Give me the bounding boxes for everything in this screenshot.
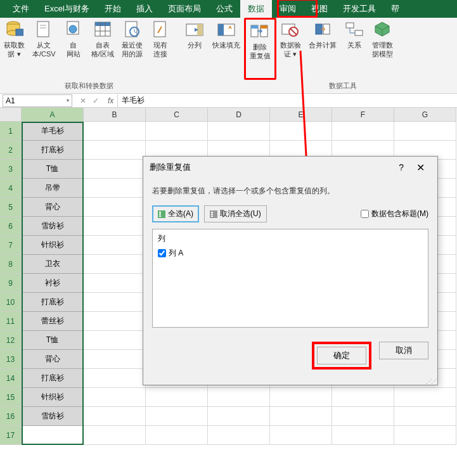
row-header[interactable]: 5	[0, 198, 22, 217]
menu-data[interactable]: 数据	[240, 0, 272, 18]
row-header[interactable]: 11	[0, 312, 22, 331]
row-header[interactable]: 6	[0, 217, 22, 236]
col-header-f[interactable]: F	[332, 108, 394, 122]
menu-pagelayout[interactable]: 页面布局	[160, 0, 209, 18]
cell[interactable]	[146, 426, 208, 445]
cell[interactable]	[84, 274, 146, 293]
cell[interactable]	[84, 407, 146, 426]
cell[interactable]	[394, 388, 456, 407]
menu-review[interactable]: 审阅	[272, 0, 304, 18]
cell[interactable]	[22, 426, 84, 445]
ok-button[interactable]: 确定	[317, 347, 366, 364]
ribbon-fromtable[interactable]: 自表 格/区域	[87, 18, 118, 80]
cell[interactable]	[270, 426, 332, 445]
cell[interactable]	[146, 407, 208, 426]
cell[interactable]	[394, 122, 456, 141]
cell[interactable]: 卫衣	[22, 255, 84, 274]
menu-view[interactable]: 视图	[304, 0, 335, 18]
enter-icon[interactable]: ✓	[93, 96, 99, 105]
cell[interactable]	[84, 179, 146, 198]
menu-home[interactable]: 开始	[97, 0, 129, 18]
cell[interactable]: 打底衫	[22, 141, 84, 160]
cell[interactable]	[84, 236, 146, 255]
name-box[interactable]: A1	[3, 94, 72, 107]
cell[interactable]	[270, 122, 332, 141]
ribbon-fromweb[interactable]: 自 网站	[60, 18, 87, 80]
row-header[interactable]: 1	[0, 122, 22, 141]
ribbon-consolidate[interactable]: 合并计算	[305, 18, 340, 80]
menu-help[interactable]: 帮	[383, 0, 407, 18]
row-header[interactable]: 17	[0, 426, 22, 445]
cell[interactable]: 蕾丝衫	[22, 312, 84, 331]
cell[interactable]	[84, 255, 146, 274]
cell[interactable]	[84, 217, 146, 236]
ribbon-texttocol[interactable]: 分列	[181, 18, 209, 80]
cell[interactable]	[84, 293, 146, 312]
row-header[interactable]: 4	[0, 179, 22, 198]
cell[interactable]	[332, 122, 394, 141]
sheet-grid[interactable]: A B C D E F G 1羊毛衫2打底衫3T恤4吊带5背心6雪纺衫7针织衫8…	[0, 108, 457, 445]
resize-grip[interactable]: ⋰⋰	[426, 380, 436, 383]
cell[interactable]	[208, 426, 270, 445]
cell[interactable]	[84, 331, 146, 350]
ribbon-conn[interactable]: 现有 连接	[146, 18, 174, 80]
cell[interactable]: 羊毛衫	[22, 122, 84, 141]
col-header-a[interactable]: A	[22, 108, 84, 122]
row-header[interactable]: 2	[0, 141, 22, 160]
row-header[interactable]: 8	[0, 255, 22, 274]
cancel-button[interactable]: 取消	[379, 342, 428, 359]
formula-bar[interactable]: 羊毛衫	[117, 94, 457, 107]
menu-insert[interactable]: 插入	[129, 0, 160, 18]
dialog-help-button[interactable]: ?	[392, 162, 410, 172]
dialog-close-button[interactable]: ✕	[410, 162, 431, 174]
cancel-icon[interactable]: ✕	[80, 96, 86, 105]
row-header[interactable]: 7	[0, 236, 22, 255]
menu-file[interactable]: 文件	[5, 0, 37, 18]
row-header[interactable]: 12	[0, 331, 22, 350]
col-header-c[interactable]: C	[146, 108, 208, 122]
cell[interactable]: T恤	[22, 331, 84, 350]
row-header[interactable]: 16	[0, 407, 22, 426]
cell[interactable]: 针织衫	[22, 236, 84, 255]
cell[interactable]: 背心	[22, 198, 84, 217]
cell[interactable]	[332, 407, 394, 426]
row-header[interactable]: 15	[0, 388, 22, 407]
cell[interactable]	[84, 350, 146, 369]
cell[interactable]	[84, 160, 146, 179]
cell[interactable]	[332, 388, 394, 407]
cell[interactable]	[84, 312, 146, 331]
row-header[interactable]: 3	[0, 160, 22, 179]
col-header-e[interactable]: E	[270, 108, 332, 122]
cell[interactable]: 打底衫	[22, 369, 84, 388]
cell[interactable]	[208, 407, 270, 426]
row-header[interactable]: 9	[0, 274, 22, 293]
cell[interactable]: 针织衫	[22, 388, 84, 407]
ribbon-getdata[interactable]: 获取数 据 ▾	[0, 18, 29, 80]
cell[interactable]	[270, 407, 332, 426]
ribbon-relations[interactable]: 关系	[340, 18, 368, 80]
col-header-d[interactable]: D	[208, 108, 270, 122]
cell[interactable]	[84, 122, 146, 141]
ribbon-removeduplicates[interactable]: 删除 重复值	[244, 18, 276, 80]
row-header[interactable]: 14	[0, 369, 22, 388]
cell[interactable]	[84, 426, 146, 445]
ribbon-model[interactable]: 管理数 据模型	[368, 18, 397, 80]
cell[interactable]	[332, 426, 394, 445]
ribbon-flashfill[interactable]: 快速填充	[209, 18, 244, 80]
column-a-item[interactable]: 列 A	[158, 247, 423, 260]
cell[interactable]	[208, 122, 270, 141]
col-header-g[interactable]: G	[394, 108, 456, 122]
select-all-button[interactable]: 全选(A)	[152, 205, 199, 222]
columns-list[interactable]: 列 列 A	[152, 229, 428, 328]
cell[interactable]: 吊带	[22, 179, 84, 198]
cell[interactable]: 打底衫	[22, 293, 84, 312]
fx-icon[interactable]: fx	[104, 96, 117, 105]
menu-formulas[interactable]: 公式	[209, 0, 240, 18]
cell[interactable]	[84, 141, 146, 160]
ribbon-validation[interactable]: 数据验 证 ▾	[276, 18, 305, 80]
cell[interactable]	[208, 388, 270, 407]
row-header[interactable]: 10	[0, 293, 22, 312]
cell[interactable]: 雪纺衫	[22, 407, 84, 426]
cell[interactable]	[146, 388, 208, 407]
row-header[interactable]: 13	[0, 350, 22, 369]
